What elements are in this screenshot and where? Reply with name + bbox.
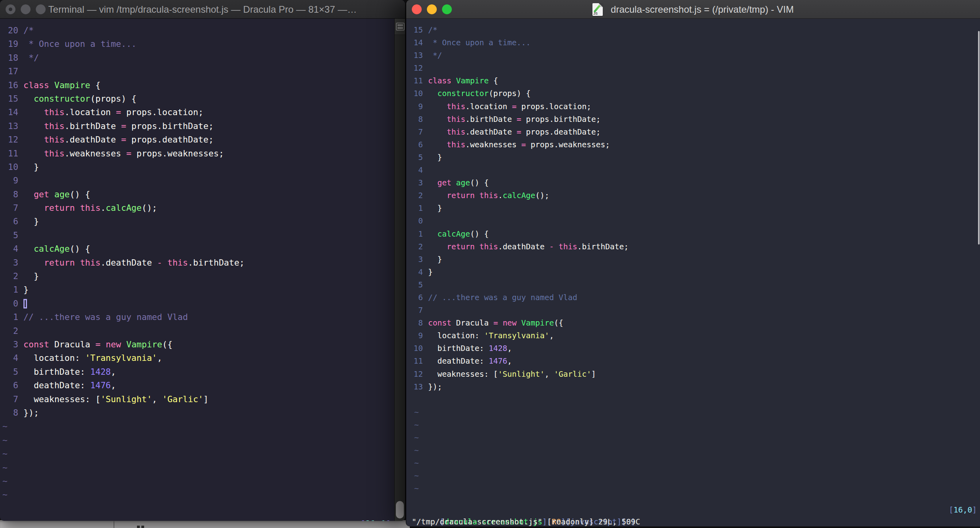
- line-number: 15: [412, 24, 423, 37]
- line-number: 10: [412, 87, 423, 100]
- line-number: 10: [412, 342, 423, 355]
- macvim-titlebar[interactable]: JS dracula-screenshot.js = (/private/tmp…: [406, 0, 980, 19]
- code-line: 9: [0, 174, 394, 187]
- code-line: 13});: [412, 381, 980, 393]
- split-pane-button[interactable]: [395, 19, 405, 35]
- line-number: 3: [412, 253, 423, 266]
- vim-buffer[interactable]: 20/*19 * Once upon a time...18 */1716cla…: [0, 19, 394, 521]
- line-number: 3: [0, 256, 18, 270]
- line-number: 14: [412, 37, 423, 49]
- line-number: 5: [412, 279, 423, 291]
- macvim-title-text: dracula-screenshot.js = (/private/tmp) -…: [611, 4, 794, 15]
- line-number: 9: [412, 100, 423, 113]
- code-line: 1 calcAge() {: [412, 228, 980, 241]
- empty-line-tilde: ~: [412, 482, 980, 495]
- code-line: 13 */: [412, 49, 980, 62]
- line-number: 11: [412, 355, 423, 368]
- code-line: 15/*: [412, 24, 980, 37]
- vim-statusline: [dracula-screenshot.js][RO][javascript][…: [412, 504, 977, 516]
- code-line: 7: [412, 304, 980, 317]
- macvim-window-title: JS dracula-screenshot.js = (/private/tmp…: [406, 0, 980, 19]
- macvim-scrollbar-thumb[interactable]: [978, 31, 980, 245]
- empty-line-tilde: ~: [0, 420, 394, 433]
- empty-line-tilde: ~: [0, 447, 394, 461]
- line-number: 20: [0, 24, 18, 37]
- code-line: 8const Dracula = new Vampire({: [412, 317, 980, 330]
- vim-buffer[interactable]: 15/*14 * Once upon a time...13 */1211cla…: [407, 19, 980, 503]
- line-number: 6: [0, 215, 18, 228]
- line-number: 2: [412, 189, 423, 202]
- line-number: 7: [412, 304, 423, 317]
- macvim-window: JS dracula-screenshot.js = (/private/tmp…: [406, 0, 980, 526]
- code-line: 4 calcAge() {: [0, 242, 394, 256]
- line-number: 3: [412, 177, 423, 189]
- js-document-icon: JS: [592, 3, 603, 16]
- line-number: 5: [0, 365, 18, 379]
- terminal-content: 20/*19 * Once upon a time...18 */1716cla…: [0, 19, 394, 521]
- code-line: 13 this.birthDate = props.birthDate;: [0, 119, 394, 133]
- code-line: 2 }: [0, 270, 394, 283]
- code-line: 10 birthDate: 1428,: [412, 342, 980, 355]
- line-number: 2: [0, 270, 18, 283]
- empty-line-tilde: ~: [412, 457, 980, 470]
- code-line: 12 weaknesses: ['Sunlight', 'Garlic']: [412, 368, 980, 381]
- line-number: 6: [412, 291, 423, 304]
- line-number: 6: [0, 379, 18, 392]
- line-number: 14: [0, 106, 18, 119]
- code-line: 9 this.location = props.location;: [412, 100, 980, 113]
- code-line: 4 location: 'Transylvania',: [0, 351, 394, 365]
- vim-statusline: [dracula-screenshot.js][javascript][S] […: [3, 517, 393, 521]
- line-number: 8: [0, 406, 18, 420]
- line-number: 9: [412, 330, 423, 342]
- code-line: 11class Vampire {: [412, 75, 980, 87]
- code-line: 11 deathDate: 1476,: [412, 355, 980, 368]
- line-number: 8: [412, 317, 423, 330]
- empty-line-tilde: ~: [0, 488, 394, 501]
- code-line: 0: [0, 297, 394, 310]
- code-line: 4}: [412, 266, 980, 279]
- code-line: 6 this.weaknesses = props.weaknesses;: [412, 139, 980, 151]
- code-line: 6// ...there was a guy named Vlad: [412, 291, 980, 304]
- code-line: 0: [412, 215, 980, 227]
- terminal-window: Terminal — vim /tmp/dracula-screenshot.j…: [0, 0, 405, 521]
- line-number: 8: [0, 188, 18, 201]
- line-number: 11: [0, 147, 18, 160]
- code-line: 8 get age() {: [0, 188, 394, 201]
- code-line: 12 this.deathDate = props.deathDate;: [0, 133, 394, 146]
- code-line: 7 return this.calcAge();: [0, 201, 394, 215]
- line-number: 19: [0, 37, 18, 51]
- line-number: 3: [0, 338, 18, 351]
- line-number: 13: [412, 49, 423, 62]
- code-line: 11 this.weaknesses = props.weaknesses;: [0, 147, 394, 160]
- terminal-titlebar[interactable]: Terminal — vim /tmp/dracula-screenshot.j…: [0, 0, 405, 19]
- terminal-scrollbar[interactable]: [394, 19, 405, 521]
- empty-line-tilde: ~: [0, 474, 394, 488]
- code-line: 18 */: [0, 51, 394, 65]
- code-line: 3const Dracula = new Vampire({: [0, 338, 394, 351]
- empty-line-tilde: [412, 393, 980, 406]
- line-number: 4: [412, 164, 423, 177]
- line-number: 11: [412, 75, 423, 87]
- background-window-edge: [0, 520, 410, 528]
- empty-line-tilde: ~: [412, 470, 980, 482]
- code-line: 5 birthDate: 1428,: [0, 365, 394, 379]
- desktop: Terminal — vim /tmp/dracula-screenshot.j…: [0, 0, 980, 528]
- line-number: 9: [0, 174, 18, 187]
- code-line: 16class Vampire {: [0, 79, 394, 92]
- line-number: 7: [412, 126, 423, 139]
- cursor-position: [21,0]: [360, 517, 391, 521]
- code-line: 15 constructor(props) {: [0, 92, 394, 106]
- code-line: 2: [0, 324, 394, 338]
- empty-line-tilde: ~: [412, 419, 980, 432]
- code-line: 4: [412, 164, 980, 177]
- code-line: 7 this.deathDate = props.deathDate;: [412, 126, 980, 139]
- line-number: 1: [412, 202, 423, 215]
- scrollbar-thumb[interactable]: [396, 501, 404, 518]
- background-text-fragment: [141, 526, 144, 528]
- code-line: 3 get age() {: [412, 177, 980, 189]
- line-number: 8: [412, 113, 423, 126]
- line-number: 12: [412, 368, 423, 381]
- code-line: 5 }: [412, 151, 980, 164]
- code-line: 10 }: [0, 160, 394, 174]
- line-number: 5: [0, 229, 18, 242]
